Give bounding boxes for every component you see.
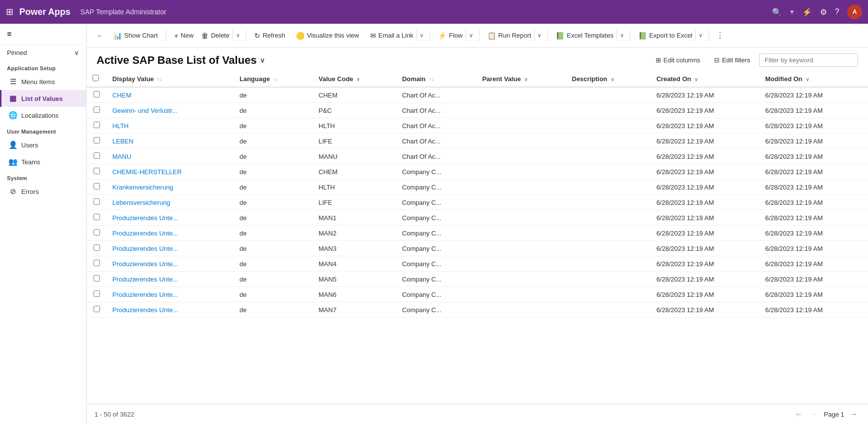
row-checkbox-cell-12[interactable] <box>87 272 106 287</box>
display-value-link-3[interactable]: LEBEN <box>112 138 134 145</box>
sidebar-hamburger[interactable]: ≡ <box>0 24 86 45</box>
col-parent-value[interactable]: Parent Value ∨ <box>476 71 566 87</box>
row-checkbox-cell-5[interactable] <box>87 164 106 180</box>
col-value-code[interactable]: Value Code ∨ <box>313 71 396 87</box>
col-language[interactable]: Language ↑↓ <box>234 71 313 87</box>
add-icon[interactable]: + <box>790 7 794 16</box>
sidebar-item-users[interactable]: 👤 Users <box>0 137 86 153</box>
display-value-link-0[interactable]: CHEM <box>112 92 131 99</box>
row-checkbox-cell-11[interactable] <box>87 256 106 272</box>
cell-display-value-7[interactable]: Lebensversicherung <box>106 195 234 210</box>
email-link-dropdown-arrow[interactable]: ∨ <box>416 29 427 42</box>
cell-display-value-2[interactable]: HLTH <box>106 118 234 134</box>
row-checkbox-cell-8[interactable] <box>87 210 106 226</box>
row-checkbox-12[interactable] <box>94 275 100 282</box>
display-value-link-6[interactable]: Krankenversicherung <box>112 184 173 191</box>
visualize-button[interactable]: 🟡 Visualize this view <box>291 29 364 43</box>
avatar[interactable]: A <box>847 4 862 19</box>
export-to-excel-button[interactable]: 📗 Export to Excel <box>633 29 694 43</box>
display-value-link-10[interactable]: Produzierendes Unte... <box>112 245 178 252</box>
help-icon[interactable]: ? <box>835 7 839 16</box>
display-value-link-5[interactable]: CHEMIE-HERSTELLER <box>112 168 182 176</box>
cell-display-value-4[interactable]: MANU <box>106 149 234 164</box>
cell-display-value-11[interactable]: Produzierendes Unte... <box>106 256 234 272</box>
row-checkbox-cell-7[interactable] <box>87 195 106 210</box>
next-page-button[interactable]: → <box>847 408 860 420</box>
display-value-link-7[interactable]: Lebensversicherung <box>112 199 170 206</box>
sidebar-item-teams[interactable]: 👥 Teams <box>0 153 86 170</box>
display-value-link-4[interactable]: MANU <box>112 153 131 160</box>
col-modified-on[interactable]: Modified On ∨ <box>759 71 868 87</box>
row-checkbox-cell-1[interactable] <box>87 103 106 118</box>
delete-button[interactable]: 🗑 Delete <box>196 29 232 43</box>
export-to-excel-dropdown-arrow[interactable]: ∨ <box>695 29 706 42</box>
sidebar-item-list-of-values[interactable]: ▦ List of Values <box>0 90 86 107</box>
row-checkbox-11[interactable] <box>94 260 100 266</box>
row-checkbox-4[interactable] <box>94 152 100 159</box>
search-icon[interactable]: 🔍 <box>772 7 782 17</box>
cell-display-value-10[interactable]: Produzierendes Unte... <box>106 241 234 256</box>
back-button[interactable]: ← <box>93 29 107 43</box>
sidebar-pinned[interactable]: Pinned ∨ <box>0 45 86 60</box>
prev-page-button[interactable]: ← <box>808 408 821 420</box>
cell-display-value-1[interactable]: Gewinn- und Verlustr... <box>106 103 234 118</box>
row-checkbox-8[interactable] <box>94 214 100 220</box>
cell-display-value-6[interactable]: Krankenversicherung <box>106 180 234 195</box>
row-checkbox-1[interactable] <box>94 106 100 113</box>
refresh-button[interactable]: ↻ Refresh <box>249 29 290 43</box>
col-domain[interactable]: Domain ↑↓ <box>396 71 476 87</box>
email-link-button[interactable]: ✉ Email a Link <box>365 29 416 43</box>
row-checkbox-cell-6[interactable] <box>87 180 106 195</box>
cell-display-value-9[interactable]: Produzierendes Unte... <box>106 226 234 241</box>
row-checkbox-13[interactable] <box>94 290 100 297</box>
row-checkbox-cell-13[interactable] <box>87 287 106 302</box>
display-value-link-14[interactable]: Produzierendes Unte... <box>112 306 178 314</box>
col-description[interactable]: Description ∨ <box>566 71 651 87</box>
cell-display-value-13[interactable]: Produzierendes Unte... <box>106 287 234 302</box>
row-checkbox-cell-3[interactable] <box>87 134 106 149</box>
display-value-link-13[interactable]: Produzierendes Unte... <box>112 291 178 298</box>
run-report-button[interactable]: 📋 Run Report <box>482 29 533 43</box>
row-checkbox-10[interactable] <box>94 244 100 251</box>
grid-icon[interactable]: ⊞ <box>6 6 13 17</box>
row-checkbox-cell-9[interactable] <box>87 226 106 241</box>
cell-display-value-5[interactable]: CHEMIE-HERSTELLER <box>106 164 234 180</box>
sidebar-item-errors[interactable]: ⊘ Errors <box>0 183 86 200</box>
run-report-dropdown-arrow[interactable]: ∨ <box>534 29 544 42</box>
display-value-link-1[interactable]: Gewinn- und Verlustr... <box>112 107 178 114</box>
row-checkbox-0[interactable] <box>94 91 100 97</box>
row-checkbox-3[interactable] <box>94 137 100 143</box>
select-all-checkbox[interactable] <box>93 75 99 81</box>
display-value-link-2[interactable]: HLTH <box>112 122 129 130</box>
show-chart-button[interactable]: 📊 Show Chart <box>108 29 163 43</box>
edit-filters-button[interactable]: ⊟ Edit filters <box>709 54 755 66</box>
sidebar-item-menu-items[interactable]: ☰ Menu Items <box>0 73 86 90</box>
cell-display-value-14[interactable]: Produzierendes Unte... <box>106 302 234 318</box>
checkbox-header[interactable] <box>87 71 106 87</box>
row-checkbox-cell-0[interactable] <box>87 87 106 103</box>
col-created-on[interactable]: Created On ∨ <box>650 71 759 87</box>
row-checkbox-14[interactable] <box>94 306 100 312</box>
row-checkbox-9[interactable] <box>94 229 100 236</box>
settings-icon[interactable]: ⚙ <box>820 7 827 17</box>
row-checkbox-5[interactable] <box>94 168 100 174</box>
delete-dropdown-arrow[interactable]: ∨ <box>233 29 243 42</box>
filter-icon[interactable]: ⚡ <box>802 7 812 17</box>
flow-dropdown-arrow[interactable]: ∨ <box>466 29 476 42</box>
row-checkbox-cell-14[interactable] <box>87 302 106 318</box>
cell-display-value-3[interactable]: LEBEN <box>106 134 234 149</box>
row-checkbox-2[interactable] <box>94 122 100 128</box>
row-checkbox-7[interactable] <box>94 198 100 205</box>
filter-input[interactable] <box>759 53 858 67</box>
cell-display-value-12[interactable]: Produzierendes Unte... <box>106 272 234 287</box>
row-checkbox-cell-10[interactable] <box>87 241 106 256</box>
display-value-link-12[interactable]: Produzierendes Unte... <box>112 276 178 283</box>
display-value-link-11[interactable]: Produzierendes Unte... <box>112 260 178 268</box>
cell-display-value-8[interactable]: Produzierendes Unte... <box>106 210 234 226</box>
col-display-value[interactable]: Display Value ↑↓ <box>106 71 234 87</box>
sidebar-item-localizations[interactable]: 🌐 Localizations <box>0 107 86 124</box>
more-button[interactable]: ⋮ <box>712 28 728 43</box>
display-value-link-8[interactable]: Produzierendes Unte... <box>112 214 178 222</box>
page-title[interactable]: Active SAP Base List of Values ∨ <box>96 54 265 67</box>
edit-columns-button[interactable]: ⊞ Edit columns <box>651 54 705 66</box>
